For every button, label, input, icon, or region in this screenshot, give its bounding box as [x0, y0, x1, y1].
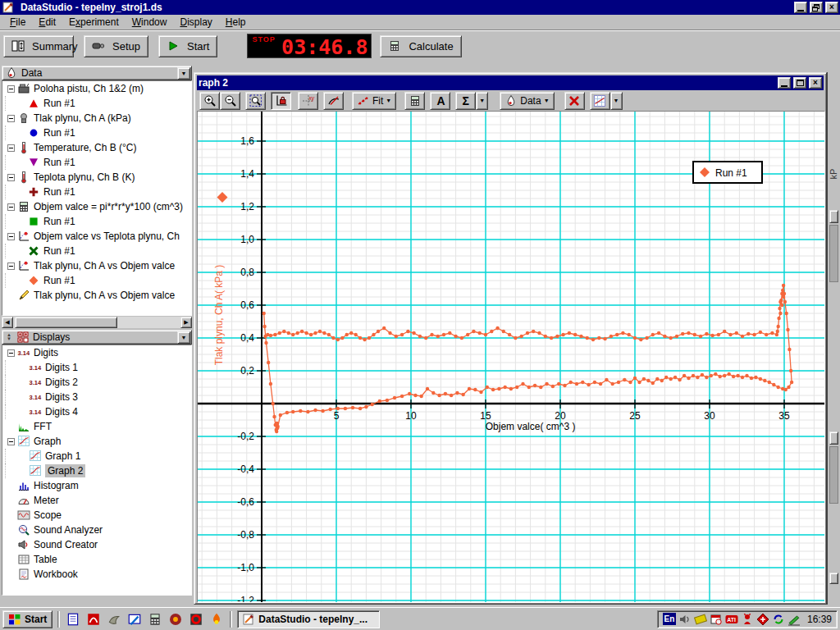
- graph-settings-button[interactable]: [590, 92, 610, 110]
- scale-lock-button[interactable]: [271, 92, 291, 110]
- xy-tool-button[interactable]: xy: [298, 92, 318, 110]
- acrobat-quicklaunch-icon[interactable]: [85, 611, 102, 628]
- paint-quicklaunch-icon[interactable]: [126, 611, 143, 628]
- menu-window[interactable]: Window: [126, 15, 174, 30]
- chart-canvas[interactable]: 1,61,41,21,00,80,60,40,2-0,2-0,4-0,6-0,8…: [198, 112, 824, 602]
- scrollbar-track[interactable]: [13, 317, 180, 328]
- summary-button[interactable]: Summary: [3, 35, 74, 57]
- setup-button[interactable]: Setup: [84, 35, 148, 57]
- display-item-histogram[interactable]: Histogram: [2, 478, 191, 493]
- display-item-graph-2[interactable]: Graph 2: [2, 463, 191, 478]
- data-item[interactable]: Tlak plynu, Ch A (kPa): [2, 111, 191, 126]
- run-item[interactable]: Run #1: [2, 273, 191, 288]
- task-button-datastudio[interactable]: DataStudio - tepelny_...: [237, 610, 380, 628]
- expand-toggle-icon[interactable]: [7, 262, 15, 270]
- display-item-meter[interactable]: Meter: [2, 493, 191, 508]
- scrollbar-thumb[interactable]: [15, 317, 117, 328]
- data-item[interactable]: Objem valce = pi*r*r*y*100 (cm^3): [2, 199, 191, 214]
- run-item[interactable]: Run #1: [2, 214, 191, 229]
- run-item[interactable]: Run #1: [2, 96, 191, 111]
- dragon-quicklaunch-icon[interactable]: [167, 611, 184, 628]
- menu-display[interactable]: Display: [173, 15, 218, 30]
- statistics-button[interactable]: Σ: [455, 92, 476, 110]
- keyboard-tray-icon[interactable]: [694, 613, 707, 626]
- zoom-in-button[interactable]: [199, 92, 220, 110]
- calculator-quicklaunch-icon[interactable]: [147, 611, 163, 628]
- run-item[interactable]: Run #1: [2, 244, 191, 258]
- data-menu-button[interactable]: Data▼: [500, 92, 554, 110]
- calendar-tray-icon[interactable]: [710, 613, 723, 626]
- zoom-select-button[interactable]: [245, 92, 266, 110]
- expand-toggle-icon[interactable]: [7, 174, 15, 181]
- graph-minimize-button[interactable]: [778, 77, 791, 89]
- volume-tray-icon[interactable]: [678, 613, 692, 626]
- data-item[interactable]: Objem valce vs Teplota plynu, Ch: [2, 229, 191, 244]
- expand-toggle-icon[interactable]: [7, 85, 15, 93]
- smart-tool-button[interactable]: [323, 92, 344, 110]
- graph-close-button[interactable]: ×: [809, 77, 822, 89]
- run-item[interactable]: Run #1: [2, 126, 191, 140]
- display-item-digits[interactable]: 3.14Digits: [2, 345, 191, 360]
- expand-toggle-icon[interactable]: [7, 438, 15, 445]
- graph-settings-dropdown-button[interactable]: ▼: [610, 92, 623, 110]
- display-item-sound-creator[interactable]: Sound Creator: [2, 537, 191, 552]
- pen-tray-icon[interactable]: [788, 613, 801, 626]
- data-tree-hscrollbar[interactable]: ◀ ▶: [2, 317, 192, 328]
- display-item-digits-1[interactable]: 3.14Digits 1: [2, 360, 191, 375]
- start-menu-button[interactable]: Start: [2, 610, 52, 628]
- text-annotation-button[interactable]: A: [430, 92, 450, 110]
- data-item[interactable]: Teplota plynu, Ch B (K): [2, 170, 191, 185]
- display-item-workbook[interactable]: Workbook: [2, 567, 191, 582]
- devil-tray-icon[interactable]: [741, 613, 754, 626]
- data-item[interactable]: Tlak plynu, Ch A vs Objem valce: [2, 288, 191, 303]
- splitter-handle-icon[interactable]: ▲▼: [5, 333, 13, 341]
- scroll-left-arrow[interactable]: ◀: [2, 317, 13, 328]
- graph-plot-area[interactable]: 1,61,41,21,00,80,60,40,2-0,2-0,4-0,6-0,8…: [197, 111, 825, 603]
- scroll-right-arrow[interactable]: ▶: [180, 317, 192, 328]
- statistics-dropdown-button[interactable]: ▼: [476, 92, 488, 110]
- display-item-scope[interactable]: Scope: [2, 508, 191, 523]
- expand-toggle-icon[interactable]: [7, 233, 15, 240]
- displays-section-header[interactable]: ▲▼ Displays ▼: [2, 330, 192, 345]
- data-item[interactable]: Tlak plynu, Ch A vs Objem valce: [2, 258, 191, 273]
- display-item-fft[interactable]: FFT: [2, 419, 191, 434]
- display-item-sound-analyzer[interactable]: Sound Analyzer: [2, 523, 191, 537]
- expand-toggle-icon[interactable]: [7, 115, 15, 122]
- data-item[interactable]: Poloha pistu, Ch 1&2 (m): [2, 81, 191, 96]
- display-item-table[interactable]: Table: [2, 552, 191, 567]
- expand-toggle-icon[interactable]: [7, 144, 15, 152]
- language-indicator[interactable]: En: [663, 613, 676, 625]
- start-button[interactable]: Start: [158, 35, 217, 57]
- display-item-digits-4[interactable]: 3.14Digits 4: [2, 404, 191, 419]
- run-item[interactable]: Run #1: [2, 155, 191, 170]
- menu-edit[interactable]: Edit: [32, 15, 62, 30]
- diamond-tray-icon[interactable]: [756, 613, 769, 626]
- window-titlebar[interactable]: DataStudio - tepelny_stroj1.ds ×: [0, 0, 840, 15]
- bird-quicklaunch-icon[interactable]: [106, 611, 122, 628]
- notepad-quicklaunch-icon[interactable]: [65, 611, 81, 628]
- data-item[interactable]: Temperature, Ch B (°C): [2, 140, 191, 155]
- expand-toggle-icon[interactable]: [7, 349, 15, 357]
- close-button[interactable]: ×: [825, 2, 838, 13]
- data-section-header[interactable]: Data ▼: [2, 66, 192, 80]
- expand-toggle-icon[interactable]: [7, 203, 15, 211]
- ati-tray-icon[interactable]: ATI: [725, 613, 738, 626]
- flame-quicklaunch-icon[interactable]: [208, 611, 225, 628]
- display-item-graph-1[interactable]: Graph 1: [2, 449, 191, 463]
- display-item-digits-2[interactable]: 3.14Digits 2: [2, 375, 191, 390]
- data-section-dropdown[interactable]: ▼: [177, 67, 190, 80]
- graph-window-titlebar[interactable]: raph 2 ×: [197, 75, 824, 90]
- menu-experiment[interactable]: Experiment: [62, 15, 126, 30]
- display-item-digits-3[interactable]: 3.14Digits 3: [2, 390, 191, 404]
- zoom-out-button[interactable]: [220, 92, 240, 110]
- fit-menu-button[interactable]: Fit▼: [352, 92, 396, 110]
- refresh-tray-icon[interactable]: [772, 613, 785, 626]
- graph-maximize-button[interactable]: [793, 77, 806, 89]
- run-item[interactable]: Run #1: [2, 185, 191, 199]
- calculate-button[interactable]: Calculate: [380, 35, 461, 57]
- calculate-button[interactable]: [404, 92, 425, 110]
- menu-help[interactable]: Help: [219, 15, 253, 30]
- legend[interactable]: Run #1: [693, 162, 762, 183]
- displays-section-dropdown[interactable]: ▼: [177, 331, 190, 344]
- menu-file[interactable]: File: [3, 15, 32, 30]
